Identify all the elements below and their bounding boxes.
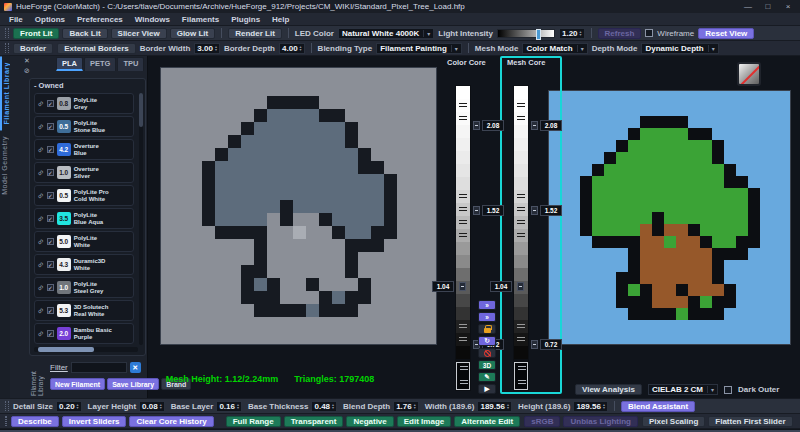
reset-view-button[interactable]: Reset View <box>698 28 754 39</box>
slider-handle-icon[interactable] <box>531 206 538 215</box>
menu-options[interactable]: Options <box>30 15 70 24</box>
link-icon[interactable]: ∞ <box>36 99 46 109</box>
lock-icon[interactable] <box>478 324 496 334</box>
blend-assistant-button[interactable]: Blend Assistant <box>621 401 695 412</box>
invert-sliders-button[interactable]: Invert Sliders <box>62 416 127 427</box>
filament-checkbox[interactable]: ✓ <box>47 146 54 153</box>
filament-card[interactable]: ∞✓5.0PolyLiteWhite <box>34 231 134 252</box>
toolbar-grip[interactable] <box>5 28 9 38</box>
mesh-mode-dropdown[interactable]: Color Match ▾ <box>522 43 587 54</box>
refresh-icon[interactable]: ↻ <box>478 336 496 346</box>
menu-file[interactable]: File <box>4 15 28 24</box>
light-intensity-slider[interactable] <box>497 29 555 38</box>
play-icon[interactable]: ▶ <box>478 384 496 394</box>
external-borders-button[interactable]: External Borders <box>57 43 135 54</box>
link-icon[interactable]: ∞ <box>36 168 46 178</box>
cancel-icon[interactable] <box>478 348 496 358</box>
filament-card[interactable]: ∞✓3.5PolyLiteBlue Aqua <box>34 208 134 229</box>
colorspace-dropdown[interactable]: CIELAB 2 CM ▾ <box>648 384 718 395</box>
transparent-button[interactable]: Transparent <box>284 416 344 427</box>
slider-handle-icon[interactable] <box>459 282 466 291</box>
light-intensity-spinbox[interactable]: 1.20 ▴▾ <box>559 28 585 39</box>
menu-preferences[interactable]: Preferences <box>72 15 128 24</box>
filament-card[interactable]: ∞✓4.3Duramic3DWhite <box>34 254 134 275</box>
filter-input[interactable] <box>71 362 127 373</box>
filament-checkbox[interactable]: ✓ <box>47 169 54 176</box>
filament-checkbox[interactable]: ✓ <box>47 192 54 199</box>
close-button[interactable]: × <box>780 2 796 11</box>
negative-button[interactable]: Negative <box>346 416 393 427</box>
depth-mode-dropdown[interactable]: Dynamic Depth ▾ <box>641 43 718 54</box>
glow-lit-button[interactable]: Glow Lit <box>170 28 216 39</box>
toolbar-grip[interactable] <box>5 43 9 53</box>
alternate-edit-button[interactable]: Alternate Edit <box>454 416 520 427</box>
spin-arrows-icon[interactable]: ▴▾ <box>580 30 582 36</box>
slider-value-1.04[interactable]: 1.04 <box>490 281 512 292</box>
link-icon[interactable]: ∞ <box>36 145 46 155</box>
slider-handle-icon[interactable] <box>531 121 538 130</box>
skip-back-icon[interactable]: » <box>478 300 496 310</box>
slider-handle-icon[interactable] <box>473 121 480 130</box>
full-range-button[interactable]: Full Range <box>226 416 281 427</box>
dark-outer-checkbox[interactable] <box>724 386 732 394</box>
slider-value-1.52[interactable]: 1.52 <box>540 205 562 216</box>
base-thickness-spinbox[interactable]: 0.48▴▾ <box>311 401 337 412</box>
width-189-6--spinbox[interactable]: 189.56▴▾ <box>477 401 511 412</box>
slider-value-0.72[interactable]: 0.72 <box>540 339 562 350</box>
heightmap-canvas[interactable] <box>160 67 437 345</box>
toolbar-grip[interactable] <box>5 401 9 411</box>
toolbar-grip[interactable] <box>5 416 7 426</box>
back-lit-button[interactable]: Back Lit <box>62 28 107 39</box>
border-depth-spinbox[interactable]: 4.00▴▾ <box>279 43 305 54</box>
slicer-view-button[interactable]: Slicer View <box>111 28 167 39</box>
link-icon[interactable]: ∞ <box>36 283 46 293</box>
edit-image-button[interactable]: Edit Image <box>397 416 451 427</box>
tab-petg[interactable]: PETG <box>84 57 116 71</box>
filament-card[interactable]: ∞✓4.2OvertureBlue <box>34 139 134 160</box>
border-button[interactable]: Border <box>13 43 53 54</box>
horizontal-scrollbar[interactable] <box>34 347 138 352</box>
panel-float-icon[interactable]: ⊘ <box>22 66 32 75</box>
blend-depth-spinbox[interactable]: 1.76▴▾ <box>393 401 419 412</box>
menu-plugins[interactable]: Plugins <box>226 15 265 24</box>
filament-checkbox[interactable]: ✓ <box>47 307 54 314</box>
menu-help[interactable]: Help <box>267 15 294 24</box>
vertical-scrollbar[interactable] <box>139 93 143 345</box>
link-icon[interactable]: ∞ <box>36 191 46 201</box>
border-width-spinbox[interactable]: 3.00▴▾ <box>194 43 220 54</box>
slider-knob[interactable] <box>536 29 541 40</box>
filament-checkbox[interactable]: ✓ <box>47 100 54 107</box>
filament-checkbox[interactable]: ✓ <box>47 261 54 268</box>
owned-group-header[interactable]: - Owned <box>30 79 145 92</box>
scrollbar-thumb[interactable] <box>139 93 143 127</box>
slider-value-1.52[interactable]: 1.52 <box>482 205 504 216</box>
color-core-slider[interactable] <box>455 85 471 391</box>
source-image-canvas[interactable] <box>548 90 791 345</box>
link-icon[interactable]: ∞ <box>36 122 46 132</box>
render-lit-button[interactable]: Render Lit <box>228 28 282 39</box>
filament-card[interactable]: ∞✓1.0PolyLiteSteel Grey <box>34 277 134 298</box>
front-lit-button[interactable]: Front Lit <box>13 28 59 39</box>
tab-tpu[interactable]: TPU <box>117 57 144 71</box>
menu-filaments[interactable]: Filaments <box>177 15 224 24</box>
scrollbar-thumb[interactable] <box>38 347 94 352</box>
led-color-dropdown[interactable]: Natural White 4000K ▾ <box>338 28 434 39</box>
link-icon[interactable]: ∞ <box>36 214 46 224</box>
menu-windows[interactable]: Windows <box>130 15 175 24</box>
pixel-scaling-button[interactable]: Pixel Scaling <box>642 416 705 427</box>
flatten-first-slider-button[interactable]: Flatten First Slider <box>708 416 792 427</box>
layer-height-spinbox[interactable]: 0.08▴▾ <box>139 401 165 412</box>
3d-mode-button[interactable]: 3D <box>478 360 496 370</box>
link-icon[interactable]: ∞ <box>36 306 46 316</box>
describe-button[interactable]: Describe <box>11 416 59 427</box>
filament-checkbox[interactable]: ✓ <box>47 284 54 291</box>
minimize-button[interactable]: — <box>740 2 756 11</box>
dock-tab-model-geometry[interactable]: Model Geometry <box>0 130 9 201</box>
slider-value-2.08[interactable]: 2.08 <box>540 120 562 131</box>
panel-close-icon[interactable]: ✕ <box>22 56 32 65</box>
filament-checkbox[interactable]: ✓ <box>47 215 54 222</box>
filter-clear-button[interactable]: ✕ <box>130 362 141 373</box>
slider-value-2.08[interactable]: 2.08 <box>482 120 504 131</box>
skip-forward-icon[interactable]: » <box>478 312 496 322</box>
filament-checkbox[interactable]: ✓ <box>47 238 54 245</box>
